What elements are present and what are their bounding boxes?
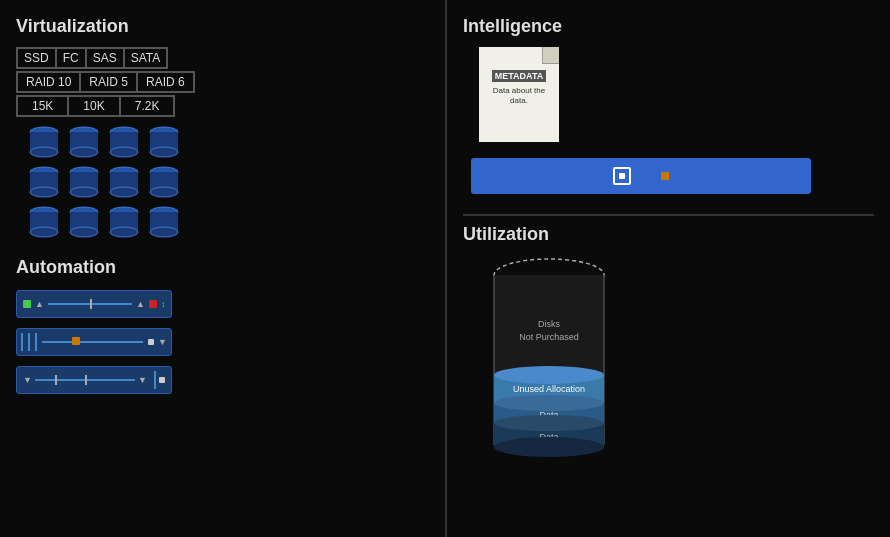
utilization-svg: Unused Allocation Data Data Disks Not Pu…: [479, 255, 619, 485]
slider-1-track: [48, 303, 132, 305]
disk-9: [26, 205, 62, 239]
svg-point-20: [110, 187, 138, 197]
tick-2: [28, 333, 30, 351]
disk-3: [106, 125, 142, 159]
intelligence-title: Intelligence: [463, 16, 874, 37]
raid-6: RAID 6: [137, 72, 194, 92]
slider-3-arrow-down-icon: ▼: [23, 375, 32, 385]
svg-point-8: [110, 147, 138, 157]
svg-point-23: [150, 187, 178, 197]
slider-2-content: ▼: [21, 333, 167, 351]
slider-2-dot-area: ▼: [148, 337, 167, 347]
disk-12: [146, 205, 182, 239]
virtualization-section: Virtualization SSD FC SAS SATA RAID 10 R…: [16, 16, 429, 241]
svg-point-46: [494, 437, 604, 457]
svg-point-17: [70, 187, 98, 197]
slider-3-end-tick: [154, 371, 156, 389]
left-panel: Virtualization SSD FC SAS SATA RAID 10 R…: [0, 0, 445, 537]
storage-types-grid: SSD FC SAS SATA: [16, 47, 168, 69]
automation-section: Automation ▲ ▲ ↕: [16, 257, 429, 394]
disk-1: [26, 125, 62, 159]
metadata-document: METADATA Data about the data.: [479, 47, 559, 142]
storage-type-ssd: SSD: [17, 48, 56, 68]
slider-2-track-area: [42, 341, 143, 343]
unused-allocation-label: Unused Allocation: [513, 384, 585, 394]
metadata-description: Data about the data.: [485, 86, 553, 107]
disk-5: [26, 165, 62, 199]
right-panel: Intelligence METADATA Data about the dat…: [447, 0, 890, 537]
slider-2-arrow-down-icon: ▼: [158, 337, 167, 347]
slider-2-orange-dot: [72, 337, 80, 345]
disk-6: [66, 165, 102, 199]
slider-1-arrow-up2-icon: ▲: [136, 299, 145, 309]
tick-1: [21, 333, 23, 351]
svg-point-2: [30, 147, 58, 157]
speed-10k: 10K: [68, 96, 119, 116]
disk-8: [146, 165, 182, 199]
speed-15k: 15K: [17, 96, 68, 116]
disks-not-purchased-label-2: Not Purchased: [519, 332, 579, 342]
speed-72k: 7.2K: [120, 96, 175, 116]
automation-slider-3[interactable]: ▼ ▼: [16, 366, 172, 394]
svg-point-41: [494, 366, 604, 384]
disk-2: [66, 125, 102, 159]
automation-slider-1[interactable]: ▲ ▲ ↕: [16, 290, 172, 318]
svg-point-26: [30, 227, 58, 237]
slider-1-red-dot: [149, 300, 157, 308]
svg-point-5: [70, 147, 98, 157]
virtualization-title: Virtualization: [16, 16, 429, 37]
automation-title: Automation: [16, 257, 429, 278]
intelligence-section: Intelligence METADATA Data about the dat…: [463, 16, 874, 194]
raid-5: RAID 5: [80, 72, 137, 92]
utilization-section: Utilization Unused Allocation Data: [463, 224, 874, 489]
storage-type-sata: SATA: [124, 48, 168, 68]
svg-point-43: [494, 395, 604, 411]
horizontal-divider: [463, 214, 874, 216]
tick-3: [35, 333, 37, 351]
utilization-chart: Unused Allocation Data Data Disks Not Pu…: [479, 255, 874, 489]
disk-cylinders-grid: [26, 125, 429, 241]
raid-levels-grid: RAID 10 RAID 5 RAID 6: [16, 71, 195, 93]
svg-point-32: [110, 227, 138, 237]
slider-3-white-dot: [159, 377, 165, 383]
slider-3-track: [35, 379, 135, 381]
speeds-grid: 15K 10K 7.2K: [16, 95, 175, 117]
disk-10: [66, 205, 102, 239]
raid-10: RAID 10: [17, 72, 80, 92]
svg-point-11: [150, 147, 178, 157]
disk-4: [146, 125, 182, 159]
slider-1-arrow-pair-icon: ↕: [161, 300, 165, 309]
metadata-doc-content: METADATA Data about the data.: [479, 47, 559, 113]
intel-bar-icon: [613, 167, 631, 185]
disks-not-purchased-label-1: Disks: [538, 319, 560, 329]
intel-bar-orange-dot: [661, 172, 669, 180]
utilization-title: Utilization: [463, 224, 874, 245]
svg-point-45: [494, 415, 604, 431]
svg-point-35: [150, 227, 178, 237]
storage-type-sas: SAS: [86, 48, 124, 68]
svg-point-29: [70, 227, 98, 237]
slider-1-arrow-up-icon: ▲: [35, 299, 44, 309]
disk-7: [106, 165, 142, 199]
metadata-badge: METADATA: [492, 70, 547, 82]
automation-slider-2[interactable]: ▼: [16, 328, 172, 356]
slider-1-marker: [90, 299, 92, 309]
storage-type-fc: FC: [56, 48, 86, 68]
intelligence-bar[interactable]: [471, 158, 811, 194]
svg-point-14: [30, 187, 58, 197]
slider-2-white-dot: [148, 339, 154, 345]
intel-icon-inner: [619, 173, 625, 179]
slider-3-arrow-down2-icon: ▼: [138, 375, 147, 385]
slider-1-green-dot: [23, 300, 31, 308]
disk-11: [106, 205, 142, 239]
